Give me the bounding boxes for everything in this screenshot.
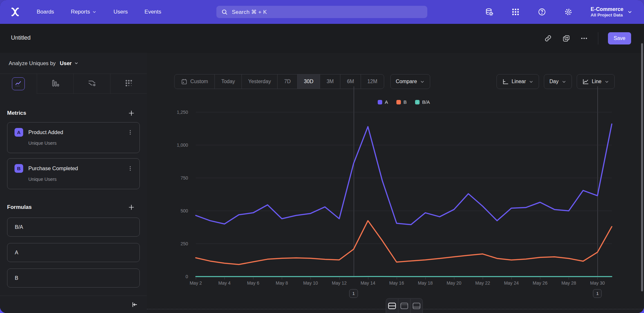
x-axis-label: May 12 xyxy=(332,280,347,286)
x-axis-label: May 2 xyxy=(190,280,202,286)
x-axis-tick xyxy=(339,277,340,279)
metric-badge: A xyxy=(14,128,23,137)
x-axis-tick xyxy=(224,277,225,279)
analyze-by-dropdown[interactable]: User xyxy=(60,60,79,66)
layout-split-view-icon[interactable] xyxy=(386,299,398,313)
annotation-badge[interactable]: 1 xyxy=(593,289,602,298)
tab-retention-grid[interactable] xyxy=(110,74,147,94)
nav-link-reports[interactable]: Reports xyxy=(71,9,97,15)
chart-type-dropdown[interactable]: Line xyxy=(577,74,615,89)
more-icon[interactable] xyxy=(580,34,588,43)
formulas-title: Formulas xyxy=(7,204,32,210)
range-today[interactable]: Today xyxy=(215,74,242,89)
metric-name: Product Added xyxy=(28,129,127,135)
formula-label: B xyxy=(15,275,18,281)
nav-link-events[interactable]: Events xyxy=(145,9,161,15)
x-axis-label: May 20 xyxy=(447,280,461,286)
x-axis-label: May 6 xyxy=(247,280,259,286)
range-3m[interactable]: 3M xyxy=(320,74,340,89)
vertical-scrollbar[interactable] xyxy=(641,43,643,291)
range-label: 7D xyxy=(284,79,290,84)
mixpanel-logo-icon[interactable] xyxy=(10,6,21,17)
formula-label: A xyxy=(15,250,18,256)
apps-grid-icon[interactable] xyxy=(511,8,520,16)
legend-swatch xyxy=(415,100,420,104)
date-range-picker: CustomTodayYesterday7D30D3M6M12M xyxy=(174,74,384,89)
add-formula-button[interactable] xyxy=(128,203,135,211)
legend-label: B xyxy=(403,99,407,105)
metrics-header: Metrics xyxy=(7,109,140,117)
search-input[interactable]: Search ⌘ + K xyxy=(216,6,427,18)
range-12m[interactable]: 12M xyxy=(361,74,384,89)
compare-button[interactable]: Compare xyxy=(390,74,430,89)
metric-row: AProduct Added xyxy=(7,122,139,137)
formula-card-b[interactable]: B xyxy=(7,269,140,288)
x-axis-tick xyxy=(454,277,454,279)
calendar-icon xyxy=(181,78,187,85)
interval-dropdown[interactable]: Day xyxy=(544,74,572,89)
x-axis-label: May 14 xyxy=(361,280,375,286)
x-axis-tick xyxy=(282,277,282,279)
x-axis-label: May 26 xyxy=(533,280,547,286)
x-axis-label: May 24 xyxy=(504,280,519,286)
chevron-down-icon xyxy=(92,10,97,14)
axis-icon xyxy=(502,78,509,85)
range-30d[interactable]: 30D xyxy=(298,74,320,89)
add-metric-button[interactable] xyxy=(128,109,135,117)
formulas-header: Formulas xyxy=(7,203,140,211)
project-name: E-Commerce xyxy=(591,6,623,13)
metric-card-b[interactable]: BPurchase CompletedUnique Users xyxy=(7,158,140,189)
nav-link-label: Users xyxy=(113,9,128,15)
chevron-down-icon xyxy=(604,79,609,84)
settings-icon[interactable] xyxy=(564,8,573,16)
scale-dropdown[interactable]: Linear xyxy=(497,74,539,89)
metric-menu-button[interactable] xyxy=(127,129,134,136)
collapse-sidebar-button[interactable] xyxy=(131,301,138,308)
range-label: 30D xyxy=(304,79,313,84)
data-management-icon[interactable] xyxy=(485,8,493,16)
project-switcher[interactable]: E-Commerce All Project Data xyxy=(591,6,632,18)
tab-bar-chart[interactable] xyxy=(37,74,73,94)
help-icon[interactable] xyxy=(538,8,546,16)
tab-flows[interactable] xyxy=(73,74,110,94)
y-axis-label: 500 xyxy=(153,208,188,213)
legend-item-b[interactable]: B xyxy=(396,99,407,105)
range-label: 3M xyxy=(327,79,334,84)
legend-item-b-a[interactable]: B/A xyxy=(415,99,430,105)
layout-top-panel-icon[interactable] xyxy=(398,299,410,313)
range-label: 12M xyxy=(367,79,377,84)
annotation-badge[interactable]: 1 xyxy=(349,289,358,298)
duplicate-icon[interactable] xyxy=(562,34,570,43)
nav-link-users[interactable]: Users xyxy=(113,9,128,15)
metric-menu-button[interactable] xyxy=(127,165,134,172)
metric-card-a[interactable]: AProduct AddedUnique Users xyxy=(7,122,140,153)
formula-card-a[interactable]: A xyxy=(7,243,140,262)
series-line-a[interactable] xyxy=(196,124,612,225)
report-title[interactable]: Untitled xyxy=(11,34,31,41)
tab-insights-line[interactable] xyxy=(0,74,37,94)
chevron-down-icon xyxy=(627,9,632,15)
chart-legend: ABB/A xyxy=(196,99,612,105)
range-6m[interactable]: 6M xyxy=(340,74,361,89)
range-custom[interactable]: Custom xyxy=(175,74,215,89)
legend-item-a[interactable]: A xyxy=(378,99,388,105)
range-yesterday[interactable]: Yesterday xyxy=(242,74,278,89)
kebab-menu-icon xyxy=(127,129,133,135)
legend-label: B/A xyxy=(422,99,430,105)
link-icon[interactable] xyxy=(544,34,552,43)
series-line-b[interactable] xyxy=(196,221,612,265)
nav-link-boards[interactable]: Boards xyxy=(37,9,54,15)
range-label: Custom xyxy=(190,79,208,84)
x-axis-label: May 22 xyxy=(475,280,490,286)
nav-link-label: Boards xyxy=(37,9,54,15)
x-axis-label: May 16 xyxy=(389,280,404,286)
save-button[interactable]: Save xyxy=(608,32,631,44)
line-chart-icon xyxy=(582,78,589,85)
chevron-down-icon xyxy=(74,61,79,65)
sidebar: Analyze Uniques by User xyxy=(0,53,147,313)
x-axis-label: May 28 xyxy=(561,280,576,286)
range-7d[interactable]: 7D xyxy=(278,74,297,89)
x-axis-tick xyxy=(397,277,397,279)
formula-card-b-a[interactable]: B/A xyxy=(7,218,140,237)
layout-bottom-panel-icon[interactable] xyxy=(410,299,422,313)
